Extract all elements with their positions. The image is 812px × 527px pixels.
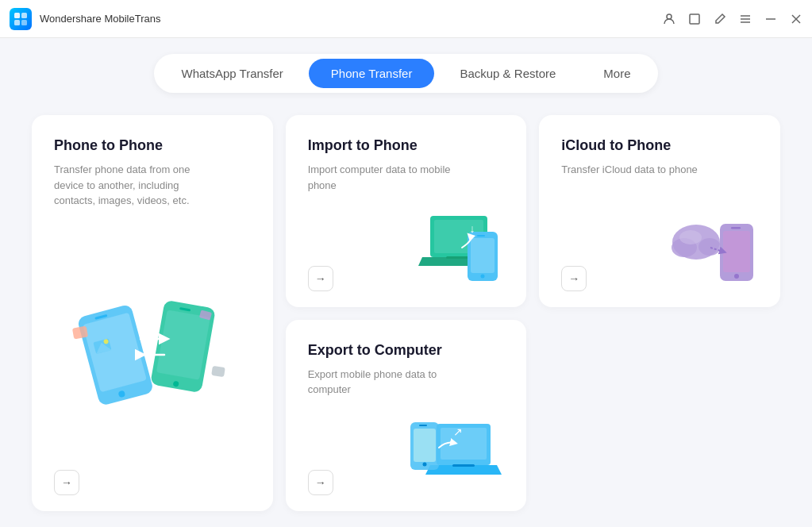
- svg-text:↓: ↓: [470, 222, 475, 235]
- phone-to-phone-illustration: [65, 264, 240, 422]
- card-import-arrow[interactable]: →: [308, 266, 333, 291]
- svg-rect-31: [477, 235, 485, 237]
- menu-icon[interactable]: [739, 13, 752, 25]
- import-illustration: ↓: [410, 204, 514, 294]
- titlebar: Wondershare MobileTrans: [0, 0, 812, 38]
- close-icon[interactable]: [790, 13, 802, 25]
- app-logo: [10, 8, 32, 30]
- svg-rect-44: [452, 464, 475, 467]
- svg-rect-21: [211, 366, 225, 377]
- svg-rect-28: [446, 256, 470, 259]
- card-phone-to-phone-arrow[interactable]: →: [54, 470, 79, 495]
- svg-rect-3: [21, 20, 27, 25]
- svg-rect-13: [83, 313, 147, 393]
- main-content: WhatsApp Transfer Phone Transfer Backup …: [0, 38, 812, 527]
- card-icloud-desc: Transfer iCloud data to phone: [561, 162, 720, 178]
- tab-backup-restore[interactable]: Backup & Restore: [437, 59, 578, 88]
- app-title: Wondershare MobileTrans: [40, 13, 663, 25]
- person-icon[interactable]: [663, 13, 675, 25]
- tab-more[interactable]: More: [581, 59, 652, 88]
- tab-whatsapp[interactable]: WhatsApp Transfer: [159, 59, 305, 88]
- svg-rect-1: [21, 13, 27, 18]
- card-icloud-to-phone: iCloud to Phone Transfer iCloud data to …: [539, 115, 780, 307]
- svg-rect-5: [690, 14, 699, 24]
- card-phone-to-phone: Phone to Phone Transfer phone data from …: [32, 115, 273, 511]
- svg-rect-47: [419, 425, 427, 426]
- svg-point-4: [667, 14, 672, 19]
- svg-point-40: [698, 238, 721, 256]
- svg-rect-35: [723, 231, 750, 272]
- svg-rect-30: [471, 238, 495, 273]
- card-phone-to-phone-desc: Transfer phone data from one device to a…: [54, 162, 213, 209]
- icloud-illustration: [664, 204, 768, 294]
- svg-rect-2: [14, 20, 20, 25]
- card-import-title: Import to Phone: [308, 137, 505, 154]
- card-export-title: Export to Computer: [308, 342, 505, 359]
- card-export-desc: Export mobile phone data to computer: [308, 367, 467, 398]
- card-export-arrow[interactable]: →: [308, 470, 333, 495]
- minimize-icon[interactable]: [764, 13, 777, 25]
- card-phone-to-phone-title: Phone to Phone: [54, 137, 251, 154]
- card-icloud-arrow[interactable]: →: [561, 266, 587, 291]
- edit-icon[interactable]: [714, 13, 726, 25]
- svg-rect-36: [731, 227, 741, 229]
- svg-point-48: [423, 463, 427, 467]
- svg-point-37: [734, 274, 739, 279]
- card-import-desc: Import computer data to mobile phone: [308, 162, 467, 193]
- square-icon[interactable]: [688, 13, 701, 25]
- svg-rect-46: [414, 429, 436, 462]
- svg-point-41: [679, 230, 702, 244]
- card-icloud-title: iCloud to Phone: [561, 137, 758, 154]
- tab-phone-transfer[interactable]: Phone Transfer: [309, 59, 435, 88]
- nav-tabs: WhatsApp Transfer Phone Transfer Backup …: [154, 54, 657, 93]
- card-import-to-phone: Import to Phone Import computer data to …: [286, 115, 527, 307]
- svg-rect-0: [14, 13, 20, 18]
- card-export-to-computer: Export to Computer Export mobile phone d…: [286, 320, 527, 512]
- cards-grid: Phone to Phone Transfer phone data from …: [32, 115, 780, 511]
- window-controls: [663, 13, 802, 25]
- svg-text:↗: ↗: [453, 425, 463, 438]
- export-illustration: ↗: [402, 408, 514, 498]
- svg-point-32: [481, 274, 485, 278]
